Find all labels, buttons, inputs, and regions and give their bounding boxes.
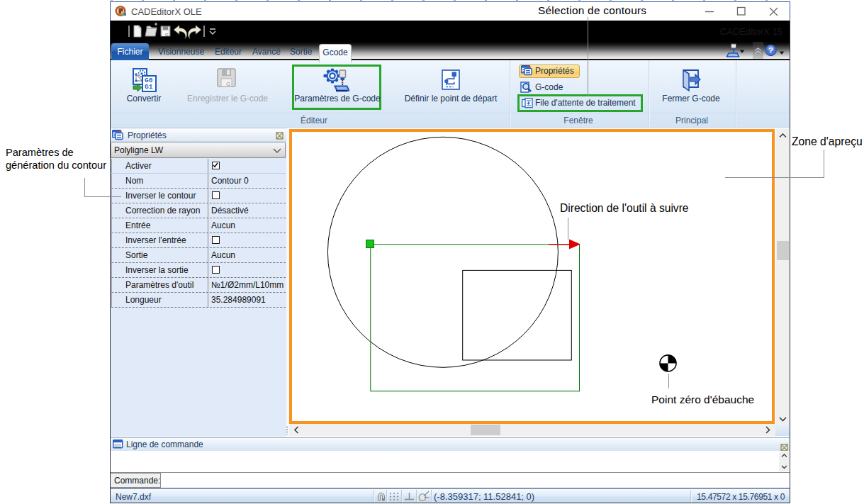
svg-text:?: ? bbox=[768, 46, 773, 55]
svg-text:G1: G1 bbox=[145, 83, 153, 91]
svg-text:G: G bbox=[226, 81, 230, 87]
svg-text:G: G bbox=[165, 33, 169, 37]
